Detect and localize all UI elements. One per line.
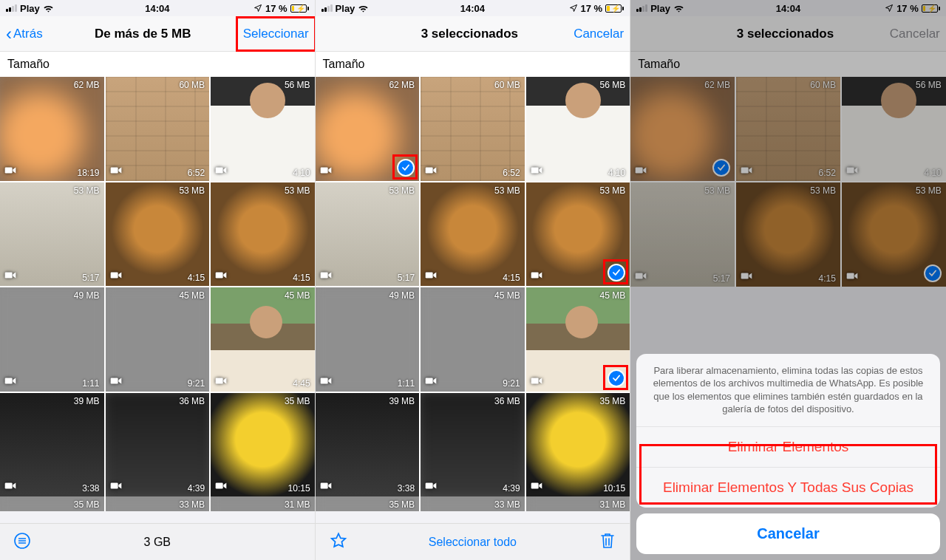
media-thumb[interactable]: 56 MB4:10 [211, 77, 315, 181]
media-thumb[interactable]: 49 MB1:11 [316, 287, 420, 392]
video-icon [110, 269, 122, 282]
media-thumb[interactable]: 35 MB10:15 [526, 393, 630, 497]
media-grid: 62 MB60 MB6:5256 MB4:1053 MB5:1753 MB4:1… [316, 77, 630, 496]
video-icon [215, 164, 227, 177]
status-bar: Play 14:04 17 % ⚡ [630, 0, 946, 16]
media-thumb[interactable]: 53 MB5:17 [316, 182, 420, 287]
size-badge: 49 MB [74, 290, 100, 301]
cancel-button[interactable]: Cancelar [574, 27, 624, 41]
size-badge: 36 MB [494, 396, 520, 406]
media-thumb[interactable]: 53 MB4:15 [421, 182, 525, 287]
pane-actionsheet: Play 14:04 17 % ⚡ 3 seleccionados Cancel… [630, 0, 946, 560]
duration-label: 4:39 [188, 483, 205, 494]
svg-rect-30 [847, 273, 854, 279]
media-thumb[interactable]: 45 MB4:45 [211, 287, 315, 392]
signal-icon [321, 4, 333, 12]
media-thumb[interactable]: 53 MB [842, 182, 946, 287]
duration-label: 5:17 [713, 273, 730, 284]
select-all-button[interactable]: Seleccionar todo [429, 536, 517, 549]
wifi-icon [673, 4, 684, 13]
video-icon [215, 479, 227, 493]
delete-all-copies-button[interactable]: Eliminar Elementos Y Todas Sus Copias [636, 467, 940, 508]
video-icon [741, 164, 752, 177]
video-icon [425, 269, 437, 282]
media-grid: 62 MB60 MB6:5256 MB4:1053 MB5:1753 MB4:1… [630, 77, 946, 287]
size-badge: 53 MB [179, 185, 205, 196]
media-thumb[interactable]: 53 MB4:15 [211, 182, 315, 287]
duration-label: 6:52 [188, 168, 205, 178]
media-thumb[interactable]: 60 MB6:52 [736, 77, 840, 181]
size-badge: 60 MB [179, 80, 205, 90]
svg-rect-28 [636, 273, 643, 279]
svg-rect-8 [216, 378, 223, 383]
signal-icon [6, 4, 17, 12]
media-thumb[interactable]: 45 MB [526, 287, 630, 392]
media-thumb[interactable]: 36 MB4:39 [106, 393, 210, 497]
video-icon [635, 164, 647, 177]
video-icon [846, 270, 858, 283]
media-thumb[interactable]: 35 MB [316, 496, 420, 511]
duration-label: 6:52 [819, 168, 836, 178]
media-thumb[interactable]: 53 MB4:15 [736, 182, 840, 287]
duration-label: 3:38 [398, 483, 415, 494]
select-button[interactable]: Seleccionar [243, 27, 309, 41]
delete-items-button[interactable]: Eliminar Elementos [636, 426, 940, 467]
svg-rect-17 [426, 273, 433, 279]
svg-rect-22 [320, 483, 327, 489]
pane-selecting: Play 14:04 17 % ⚡ 3 seleccionados Cancel… [316, 0, 631, 560]
duration-label: 4:15 [503, 273, 520, 283]
cancel-button[interactable]: Cancelar [890, 27, 940, 41]
media-thumb[interactable]: 56 MB4:10 [526, 77, 630, 181]
navbar: ‹ Atrás De más de 5 MB Seleccionar [0, 16, 315, 52]
back-button[interactable]: ‹ Atrás [6, 25, 43, 43]
svg-rect-5 [216, 273, 223, 279]
size-badge: 45 MB [494, 290, 520, 301]
media-thumb[interactable]: 35 MB10:15 [211, 393, 315, 497]
pane-browse: Play 14:04 17 % ⚡ ‹ Atrás De más de 5 MB… [0, 0, 316, 560]
svg-rect-10 [110, 483, 118, 489]
media-thumb[interactable]: 60 MB6:52 [421, 77, 525, 181]
media-thumb[interactable]: 33 MB [421, 496, 525, 511]
size-badge: 33 MB [494, 499, 520, 510]
signal-icon [636, 4, 647, 12]
media-grid-partial: 35 MB33 MB31 MB [316, 496, 630, 511]
svg-rect-7 [110, 378, 118, 383]
duration-label: 9:21 [188, 378, 205, 389]
media-thumb[interactable]: 36 MB4:39 [421, 393, 525, 497]
sheet-cancel-button[interactable]: Cancelar [636, 513, 940, 554]
media-thumb[interactable]: 60 MB6:52 [106, 77, 210, 181]
duration-label: 9:21 [503, 378, 520, 389]
svg-rect-0 [5, 167, 13, 173]
media-thumb[interactable]: 39 MB3:38 [0, 393, 104, 497]
star-button[interactable] [329, 531, 348, 553]
media-thumb[interactable]: 53 MB5:17 [0, 182, 104, 287]
media-thumb[interactable]: 56 MB4:10 [842, 77, 946, 181]
battery-icon: ⚡ [922, 4, 940, 13]
navbar: 3 seleccionados Cancelar [316, 16, 630, 52]
media-thumb[interactable]: 31 MB [211, 496, 315, 511]
media-thumb[interactable]: 49 MB1:11 [0, 287, 104, 392]
media-thumb[interactable]: 39 MB3:38 [316, 393, 420, 497]
trash-button[interactable] [599, 531, 616, 553]
sort-button[interactable] [13, 532, 31, 553]
media-thumb[interactable]: 53 MB4:15 [106, 182, 210, 287]
media-thumb[interactable]: 45 MB9:21 [421, 287, 525, 392]
media-thumb[interactable]: 53 MB5:17 [630, 182, 735, 287]
battery-pct: 17 % [265, 3, 287, 14]
page-title: De más de 5 MB [43, 27, 243, 41]
size-badge: 53 MB [704, 185, 730, 196]
media-thumb[interactable]: 31 MB [526, 496, 630, 511]
media-thumb[interactable]: 45 MB9:21 [106, 287, 210, 392]
media-thumb[interactable]: 62 MB18:19 [0, 77, 104, 181]
svg-rect-2 [216, 167, 223, 173]
media-thumb[interactable]: 35 MB [0, 496, 104, 511]
media-thumb[interactable]: 62 MB [316, 77, 420, 181]
media-thumb[interactable]: 62 MB [630, 77, 735, 181]
svg-rect-11 [216, 483, 223, 489]
size-badge: 53 MB [810, 185, 836, 196]
size-badge: 35 MB [285, 396, 310, 406]
size-badge: 45 MB [179, 290, 205, 301]
media-thumb[interactable]: 33 MB [106, 496, 210, 511]
duration-label: 4:15 [819, 273, 836, 284]
media-thumb[interactable]: 53 MB [526, 182, 630, 287]
